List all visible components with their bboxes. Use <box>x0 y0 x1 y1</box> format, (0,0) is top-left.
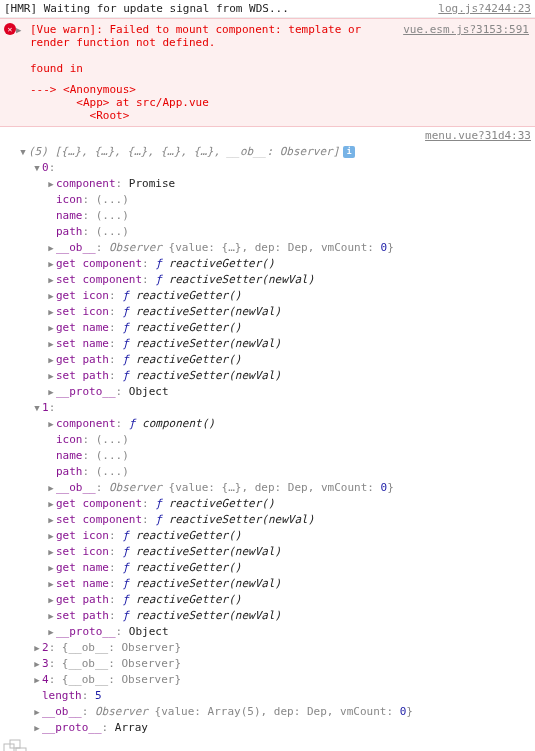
fn-glyph: ƒ <box>155 497 162 510</box>
proto: __proto__ <box>42 721 102 734</box>
get-icon: icon <box>83 289 110 302</box>
set-kw: set <box>56 273 76 286</box>
reactive-getter: reactiveGetter() <box>136 593 242 606</box>
reactive-getter: reactiveGetter() <box>136 321 242 334</box>
expand-toggle[interactable] <box>46 528 56 544</box>
item-0-toggle[interactable] <box>32 160 42 176</box>
ellipsis[interactable]: (...) <box>96 465 129 478</box>
prop-ob: __ob__ <box>56 481 96 494</box>
reactive-setter: reactiveSetter(newVal) <box>136 369 282 382</box>
set-name: name <box>83 337 110 350</box>
array-toggle[interactable] <box>18 144 28 160</box>
proto-array: Array <box>115 721 148 734</box>
observer-type: Observer <box>109 481 162 494</box>
index-4: 4 <box>42 673 49 686</box>
ellipsis[interactable]: (...) <box>96 193 129 206</box>
fn-glyph: ƒ <box>122 593 129 606</box>
prop-length: length <box>42 689 82 702</box>
error-trace: ---> <Anonymous> <App> at src/App.vue <R… <box>30 83 529 122</box>
reactive-setter: reactiveSetter(newVal) <box>136 545 282 558</box>
fn-glyph: ƒ <box>122 529 129 542</box>
expand-toggle[interactable] <box>46 320 56 336</box>
expand-toggle[interactable] <box>46 272 56 288</box>
array-ob-toggle[interactable] <box>32 704 42 720</box>
fn-glyph: ƒ <box>122 305 129 318</box>
expand-toggle[interactable] <box>46 512 56 528</box>
index-2: 2 <box>42 641 49 654</box>
set-component: component <box>83 513 143 526</box>
ob-vmcount: vmCount <box>321 241 367 254</box>
expand-toggle[interactable] <box>46 480 56 496</box>
expand-toggle[interactable] <box>46 256 56 272</box>
expand-toggle[interactable] <box>46 624 56 640</box>
ellipsis[interactable]: (...) <box>96 449 129 462</box>
expand-toggle[interactable] <box>46 368 56 384</box>
expand-toggle[interactable] <box>46 384 56 400</box>
expand-toggle[interactable] <box>46 592 56 608</box>
set-path: path <box>83 369 110 382</box>
set-name: name <box>83 577 110 590</box>
expand-toggle[interactable] <box>46 544 56 560</box>
proto: __proto__ <box>56 625 116 638</box>
ob-observer: __ob__: Observer <box>69 657 175 670</box>
info-icon[interactable]: i <box>343 146 355 158</box>
reactive-getter: reactiveGetter() <box>136 353 242 366</box>
expand-toggle[interactable] <box>46 352 56 368</box>
set-kw: set <box>56 545 76 558</box>
prop-path: path <box>56 225 83 238</box>
reactive-getter: reactiveGetter() <box>136 561 242 574</box>
ob-value: value <box>161 705 194 718</box>
log-source-link[interactable]: log.js?4244:23 <box>438 2 531 15</box>
prop-icon: icon <box>56 433 83 446</box>
item-3-toggle[interactable] <box>32 656 42 672</box>
error-block: ✕ vue.esm.js?3153:591 [Vue warn]: Failed… <box>0 18 535 127</box>
proto: __proto__ <box>56 385 116 398</box>
log-line-hmr: [HMR] Waiting for update signal from WDS… <box>0 0 535 18</box>
get-component: component <box>83 257 143 270</box>
expand-toggle[interactable] <box>46 288 56 304</box>
get-kw: get <box>56 353 76 366</box>
expand-toggle[interactable] <box>46 336 56 352</box>
ob-observer: __ob__: Observer <box>69 673 175 686</box>
fn-glyph: ƒ <box>122 577 129 590</box>
fn-glyph: ƒ <box>129 417 136 430</box>
item-2-toggle[interactable] <box>32 640 42 656</box>
item-1-toggle[interactable] <box>32 400 42 416</box>
array-summary: [{…}, {…}, {…}, {…}, {…}, __ob__: Observ… <box>55 145 340 158</box>
reactive-getter: reactiveGetter() <box>136 529 242 542</box>
index-1: 1 <box>42 401 49 414</box>
expand-toggle[interactable] <box>46 560 56 576</box>
expand-toggle[interactable] <box>46 496 56 512</box>
error-expand-toggle[interactable] <box>16 23 21 36</box>
object-source-link[interactable]: menu.vue?31d4:33 <box>4 129 531 142</box>
fn-glyph: ƒ <box>122 353 129 366</box>
get-icon: icon <box>83 529 110 542</box>
item-4-toggle[interactable] <box>32 672 42 688</box>
get-component: component <box>83 497 143 510</box>
proto-object: Object <box>129 385 169 398</box>
ellipsis[interactable]: (...) <box>96 433 129 446</box>
error-source-link[interactable]: vue.esm.js?3153:591 <box>403 23 529 36</box>
ellipsis[interactable]: (...) <box>96 225 129 238</box>
scope-icons <box>0 738 535 751</box>
ob-dep: dep <box>255 481 275 494</box>
get-kw: get <box>56 321 76 334</box>
error-header: [Vue warn]: Failed to mount component: t… <box>30 23 361 49</box>
index-3: 3 <box>42 657 49 670</box>
fn-glyph: ƒ <box>122 321 129 334</box>
component-fn: component() <box>142 417 215 430</box>
array-proto-toggle[interactable] <box>32 720 42 736</box>
error-icon: ✕ <box>4 23 16 35</box>
expand-toggle[interactable] <box>46 240 56 256</box>
expand-toggle[interactable] <box>46 608 56 624</box>
fn-glyph: ƒ <box>122 545 129 558</box>
set-icon: icon <box>83 545 110 558</box>
reactive-getter: reactiveGetter() <box>136 289 242 302</box>
expand-toggle[interactable] <box>46 176 56 192</box>
fn-glyph: ƒ <box>155 257 162 270</box>
expand-toggle[interactable] <box>46 416 56 432</box>
expand-toggle[interactable] <box>46 304 56 320</box>
expand-toggle[interactable] <box>46 576 56 592</box>
ellipsis[interactable]: (...) <box>96 209 129 222</box>
prop-name: name <box>56 209 83 222</box>
